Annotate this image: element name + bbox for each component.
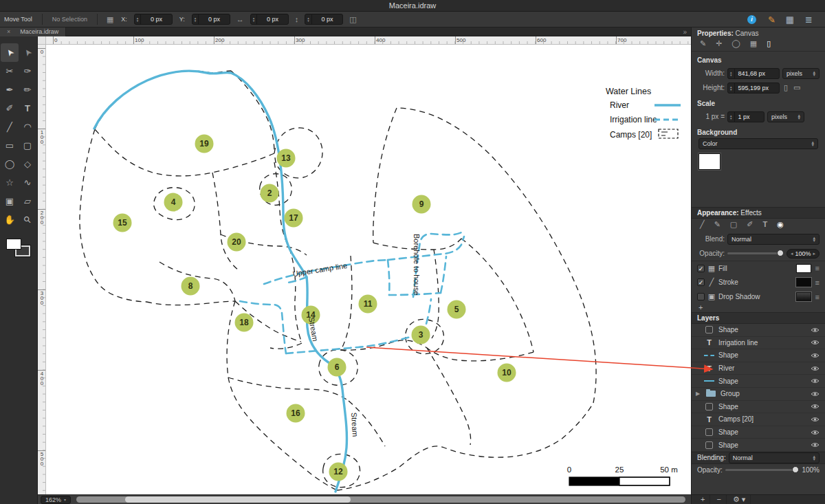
rounded-rectangle-tool[interactable]: ▢: [19, 136, 36, 155]
grid-options-icon[interactable]: ▦: [750, 39, 757, 48]
layer-row[interactable]: Shape: [692, 439, 825, 452]
layer-row[interactable]: Shape: [692, 324, 825, 337]
text-style-icon[interactable]: T: [762, 220, 767, 229]
grid-icon[interactable]: ▦: [786, 14, 794, 25]
info-icon[interactable]: i: [747, 15, 756, 24]
layer-name[interactable]: Shape: [718, 351, 806, 359]
arc-tool[interactable]: ◠: [19, 118, 36, 136]
opacity-slider-knob[interactable]: [777, 250, 784, 256]
polygon-tool[interactable]: ◇: [19, 155, 36, 173]
camp-marker-20[interactable]: 20: [228, 233, 246, 252]
stepper-arrows-icon[interactable]: ▴▾: [728, 69, 735, 78]
portrait-page-icon[interactable]: ▯: [784, 83, 788, 92]
camp-marker-2[interactable]: 2: [261, 184, 279, 203]
add-effect-button[interactable]: +: [692, 304, 825, 312]
spiral-tool[interactable]: ∿: [19, 173, 36, 192]
height-input[interactable]: ▴▾ 0 px: [305, 14, 343, 25]
scrollbar-thumb[interactable]: [125, 496, 351, 503]
layer-name[interactable]: Shape: [718, 403, 806, 410]
constrain-icon[interactable]: ◫: [349, 15, 356, 24]
document-tab[interactable]: × Maceira.idraw: [0, 28, 66, 36]
camp-marker-15[interactable]: 15: [113, 214, 132, 232]
visibility-eye-icon[interactable]: [811, 429, 820, 436]
visibility-eye-icon[interactable]: [811, 352, 820, 359]
node-tool[interactable]: ✑: [19, 62, 36, 80]
stepper-arrows-icon[interactable]: ▴▾: [305, 14, 312, 24]
marker-style-icon[interactable]: ✐: [747, 220, 753, 229]
layer-name[interactable]: Shape: [718, 428, 806, 436]
effects-style-icon[interactable]: ◉: [777, 220, 784, 229]
zoom-tool[interactable]: ⚲: [19, 210, 36, 229]
layer-row[interactable]: Shape: [692, 349, 825, 362]
direct-select-tool[interactable]: ➤: [19, 43, 36, 62]
layer-name[interactable]: Shape: [718, 326, 806, 333]
canvas-height-input[interactable]: ▴▾ 595,199 px: [727, 83, 780, 94]
x-input[interactable]: ▴▾ 0 px: [134, 14, 173, 25]
style-pen-icon[interactable]: ✎: [700, 39, 706, 48]
frame-tool[interactable]: ▣: [1, 192, 19, 210]
visibility-eye-icon[interactable]: [811, 377, 820, 384]
stepper-arrows-icon[interactable]: ▴▾: [135, 14, 142, 24]
camp-marker-19[interactable]: 19: [195, 135, 214, 153]
stroke-checkbox[interactable]: ✓: [697, 278, 705, 286]
rectangle-tool[interactable]: ▭: [1, 136, 19, 155]
camp-marker-12[interactable]: 12: [329, 463, 348, 481]
close-tab-icon[interactable]: ×: [7, 28, 10, 35]
fill-color-swatch[interactable]: [6, 239, 21, 250]
knife-tool[interactable]: ✂: [1, 62, 19, 80]
camp-marker-3[interactable]: 3: [412, 326, 430, 344]
camp-marker-5[interactable]: 5: [448, 300, 466, 319]
layer-name[interactable]: Camps [20]: [718, 415, 806, 423]
chevron-right-icon[interactable]: ▸: [813, 251, 815, 256]
zoom-level-control[interactable]: 162% ▾: [41, 496, 71, 504]
landscape-page-icon[interactable]: ▭: [793, 83, 800, 92]
layer-row[interactable]: ▶Group: [692, 388, 825, 401]
layer-name[interactable]: Shape: [718, 377, 806, 385]
text-tool[interactable]: T: [19, 99, 36, 118]
blending-select[interactable]: Normal ▴▾: [729, 452, 820, 463]
fill-options-icon[interactable]: ≡: [815, 264, 820, 272]
shape-style-icon[interactable]: ▢: [730, 220, 737, 229]
layer-row[interactable]: TCamps [20]: [692, 413, 825, 426]
stepper-arrows-icon[interactable]: ▴▾: [728, 112, 735, 122]
layer-row[interactable]: Shape: [692, 375, 825, 388]
select-tool[interactable]: ➤: [1, 43, 19, 62]
pen-tool[interactable]: ✒: [1, 80, 19, 99]
width-unit-select[interactable]: pixels ▴▾: [782, 68, 820, 79]
camp-marker-18[interactable]: 18: [235, 314, 254, 332]
width-input[interactable]: ▴▾ 0 px: [250, 14, 289, 25]
layers-panel-icon[interactable]: ≣: [805, 14, 813, 25]
brush-icon[interactable]: ✐: [766, 16, 776, 23]
opacity-slider[interactable]: [727, 252, 784, 254]
layer-name[interactable]: Group: [720, 390, 806, 397]
disclosure-triangle-icon[interactable]: ▶: [696, 391, 701, 397]
star-tool[interactable]: ☆: [1, 173, 19, 192]
drop-shadow-options-icon[interactable]: ≡: [815, 293, 820, 301]
layer-row[interactable]: TRiver: [692, 362, 825, 375]
layer-name[interactable]: River: [718, 364, 806, 372]
drop-shadow-checkbox[interactable]: ✓: [697, 293, 705, 300]
pen-style-icon[interactable]: ✎: [714, 220, 720, 229]
stepper-arrows-icon[interactable]: ▴▾: [192, 14, 199, 24]
visibility-eye-icon[interactable]: [811, 365, 820, 372]
layer-row[interactable]: Shape: [692, 426, 825, 439]
shape-options-icon[interactable]: ◯: [732, 39, 740, 48]
scale-value-input[interactable]: ▴▾ 1 px: [727, 111, 764, 122]
document-options-icon[interactable]: ▯: [767, 39, 771, 48]
line-tool[interactable]: ╱: [1, 118, 19, 136]
camp-marker-9[interactable]: 9: [412, 195, 431, 214]
layer-row[interactable]: TIrrigation line: [692, 337, 825, 350]
blend-select[interactable]: Normal ▴▾: [727, 234, 820, 245]
stepper-arrows-icon[interactable]: ▴▾: [251, 14, 258, 24]
background-color-swatch[interactable]: [698, 153, 720, 170]
tab-overflow-icon[interactable]: »: [683, 28, 691, 36]
add-layer-button[interactable]: +: [696, 495, 710, 504]
visibility-eye-icon[interactable]: [811, 327, 820, 333]
visibility-eye-icon[interactable]: [811, 441, 820, 448]
y-input[interactable]: ▴▾ 0 px: [192, 14, 230, 25]
ellipse-tool[interactable]: ◯: [1, 155, 19, 173]
horizontal-scrollbar[interactable]: [76, 496, 685, 503]
camp-marker-6[interactable]: 6: [328, 358, 346, 377]
fill-checkbox[interactable]: ✓: [697, 265, 705, 272]
camp-marker-13[interactable]: 13: [277, 149, 296, 168]
